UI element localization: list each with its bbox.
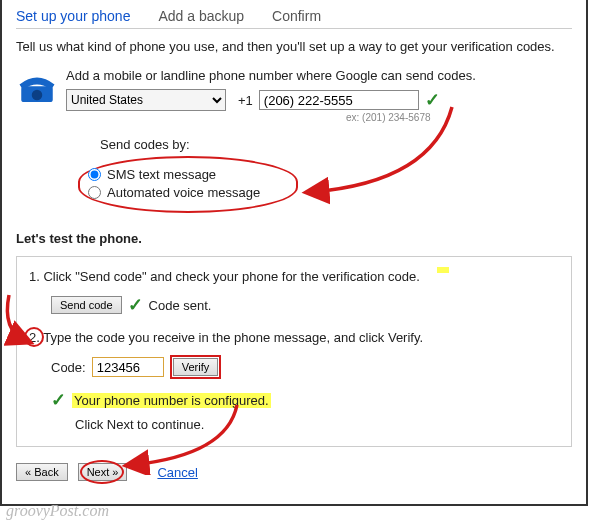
next-instruction: Click Next to continue. bbox=[75, 417, 559, 432]
radio-sms-label: SMS text message bbox=[107, 167, 216, 182]
watermark: groovyPost.com bbox=[6, 502, 109, 520]
check-icon: ✓ bbox=[425, 89, 440, 111]
send-code-button[interactable]: Send code bbox=[51, 296, 122, 314]
code-label: Code: bbox=[51, 360, 86, 375]
phone-prefix: +1 bbox=[238, 93, 253, 108]
phone-instruction: Add a mobile or landline phone number wh… bbox=[66, 68, 572, 83]
send-codes-group: SMS text message Automated voice message bbox=[78, 156, 298, 213]
cancel-link[interactable]: Cancel bbox=[157, 465, 197, 480]
configured-text: Your phone number is configured. bbox=[72, 393, 271, 408]
test-heading: Let's test the phone. bbox=[16, 231, 572, 246]
verify-button[interactable]: Verify bbox=[173, 358, 219, 376]
code-input[interactable] bbox=[92, 357, 164, 377]
check-icon: ✓ bbox=[51, 389, 66, 411]
step1-text: 1. Click "Send code" and check your phon… bbox=[29, 269, 559, 284]
step2-text: 2. Type the code you receive in the phon… bbox=[29, 330, 559, 345]
intro-text: Tell us what kind of phone you use, and … bbox=[16, 39, 572, 54]
radio-voice[interactable]: Automated voice message bbox=[88, 185, 270, 200]
highlight-mark bbox=[437, 267, 449, 273]
svg-point-1 bbox=[32, 90, 43, 101]
tab-setup-phone[interactable]: Set up your phone bbox=[16, 8, 130, 24]
tab-add-backup[interactable]: Add a backup bbox=[158, 8, 244, 24]
radio-sms-input[interactable] bbox=[88, 168, 101, 181]
check-icon: ✓ bbox=[128, 294, 143, 316]
country-select[interactable]: United States bbox=[66, 89, 226, 111]
send-codes-label: Send codes by: bbox=[100, 137, 572, 152]
code-sent-text: Code sent. bbox=[149, 298, 212, 313]
annotation-circle bbox=[80, 460, 124, 484]
annotation-box: Verify bbox=[170, 355, 222, 379]
phone-number-input[interactable] bbox=[259, 90, 419, 110]
wizard-tabs: Set up your phone Add a backup Confirm bbox=[16, 8, 572, 29]
annotation-circle bbox=[24, 327, 44, 347]
radio-voice-label: Automated voice message bbox=[107, 185, 260, 200]
back-button[interactable]: « Back bbox=[16, 463, 68, 481]
radio-sms[interactable]: SMS text message bbox=[88, 167, 270, 182]
radio-voice-input[interactable] bbox=[88, 186, 101, 199]
steps-box: 1. Click "Send code" and check your phon… bbox=[16, 256, 572, 447]
phone-icon bbox=[16, 68, 58, 111]
tab-confirm[interactable]: Confirm bbox=[272, 8, 321, 24]
phone-example: ex: (201) 234-5678 bbox=[346, 112, 572, 123]
